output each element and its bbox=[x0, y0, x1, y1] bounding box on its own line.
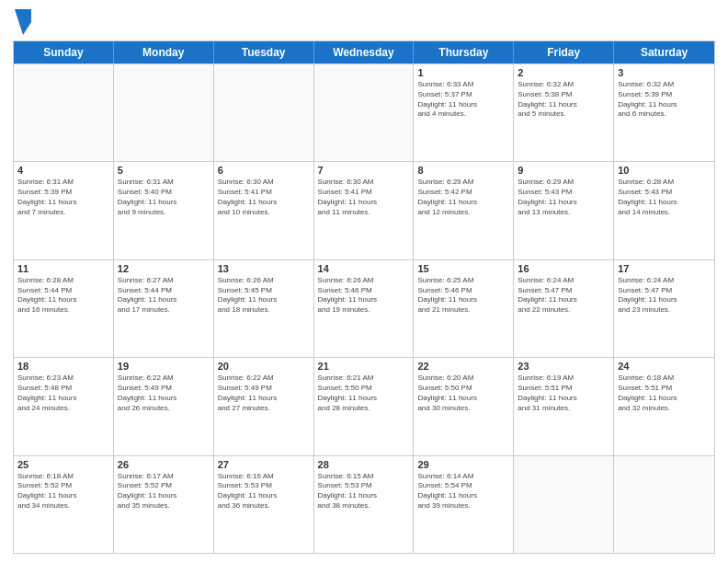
calendar-cell: 27Sunrise: 6:16 AM Sunset: 5:53 PM Dayli… bbox=[214, 456, 314, 553]
cell-info: Sunrise: 6:22 AM Sunset: 5:49 PM Dayligh… bbox=[118, 373, 210, 413]
cell-date: 11 bbox=[17, 263, 109, 274]
cell-info: Sunrise: 6:28 AM Sunset: 5:43 PM Dayligh… bbox=[618, 178, 711, 217]
cell-date: 3 bbox=[618, 67, 711, 78]
cell-info: Sunrise: 6:28 AM Sunset: 5:44 PM Dayligh… bbox=[17, 276, 109, 316]
calendar-cell: 16Sunrise: 6:24 AM Sunset: 5:47 PM Dayli… bbox=[514, 260, 614, 357]
calendar-row-0: 1Sunrise: 6:33 AM Sunset: 5:37 PM Daylig… bbox=[14, 63, 714, 161]
cell-date: 28 bbox=[318, 459, 410, 470]
header-day-tuesday: Tuesday bbox=[214, 41, 314, 63]
cell-info: Sunrise: 6:25 AM Sunset: 5:46 PM Dayligh… bbox=[417, 276, 509, 316]
calendar-row-2: 11Sunrise: 6:28 AM Sunset: 5:44 PM Dayli… bbox=[14, 259, 714, 357]
cell-info: Sunrise: 6:31 AM Sunset: 5:39 PM Dayligh… bbox=[17, 178, 109, 217]
cell-date: 18 bbox=[17, 361, 109, 372]
calendar-cell: 23Sunrise: 6:19 AM Sunset: 5:51 PM Dayli… bbox=[514, 358, 614, 454]
cell-info: Sunrise: 6:15 AM Sunset: 5:53 PM Dayligh… bbox=[318, 472, 410, 511]
calendar-cell: 4Sunrise: 6:31 AM Sunset: 5:39 PM Daylig… bbox=[14, 162, 114, 259]
calendar-cell: 10Sunrise: 6:28 AM Sunset: 5:43 PM Dayli… bbox=[614, 162, 714, 259]
calendar-cell bbox=[114, 64, 214, 161]
calendar-cell: 13Sunrise: 6:26 AM Sunset: 5:45 PM Dayli… bbox=[214, 260, 314, 357]
calendar-cell: 20Sunrise: 6:22 AM Sunset: 5:49 PM Dayli… bbox=[214, 358, 314, 454]
calendar-row-1: 4Sunrise: 6:31 AM Sunset: 5:39 PM Daylig… bbox=[14, 161, 714, 259]
calendar-cell: 21Sunrise: 6:21 AM Sunset: 5:50 PM Dayli… bbox=[314, 358, 415, 454]
calendar-row-4: 25Sunrise: 6:18 AM Sunset: 5:52 PM Dayli… bbox=[14, 455, 714, 553]
cell-info: Sunrise: 6:31 AM Sunset: 5:40 PM Dayligh… bbox=[118, 178, 210, 217]
cell-date: 4 bbox=[17, 165, 109, 176]
cell-date: 9 bbox=[518, 165, 609, 176]
cell-date: 22 bbox=[417, 361, 509, 372]
calendar: SundayMondayTuesdayWednesdayThursdayFrid… bbox=[13, 40, 715, 554]
cell-info: Sunrise: 6:20 AM Sunset: 5:50 PM Dayligh… bbox=[417, 373, 509, 413]
header-day-friday: Friday bbox=[514, 41, 614, 63]
calendar-cell bbox=[614, 456, 714, 553]
header-day-sunday: Sunday bbox=[14, 41, 114, 63]
cell-date: 20 bbox=[218, 361, 310, 372]
cell-date: 12 bbox=[118, 263, 210, 274]
cell-date: 29 bbox=[417, 459, 509, 470]
header-day-wednesday: Wednesday bbox=[314, 41, 415, 63]
calendar-cell: 1Sunrise: 6:33 AM Sunset: 5:37 PM Daylig… bbox=[414, 64, 514, 161]
cell-info: Sunrise: 6:17 AM Sunset: 5:52 PM Dayligh… bbox=[118, 472, 210, 511]
cell-date: 23 bbox=[518, 361, 609, 372]
cell-info: Sunrise: 6:18 AM Sunset: 5:51 PM Dayligh… bbox=[618, 373, 711, 413]
calendar-cell: 2Sunrise: 6:32 AM Sunset: 5:38 PM Daylig… bbox=[514, 64, 614, 161]
cell-date: 2 bbox=[518, 67, 609, 78]
calendar-row-3: 18Sunrise: 6:23 AM Sunset: 5:48 PM Dayli… bbox=[14, 357, 714, 454]
cell-date: 5 bbox=[118, 165, 210, 176]
cell-date: 19 bbox=[118, 361, 210, 372]
cell-info: Sunrise: 6:30 AM Sunset: 5:41 PM Dayligh… bbox=[218, 178, 310, 217]
calendar-cell bbox=[314, 64, 415, 161]
header-day-saturday: Saturday bbox=[614, 41, 714, 63]
cell-date: 17 bbox=[618, 263, 711, 274]
cell-date: 6 bbox=[218, 165, 310, 176]
cell-info: Sunrise: 6:24 AM Sunset: 5:47 PM Dayligh… bbox=[518, 276, 609, 316]
logo-icon bbox=[15, 9, 31, 35]
cell-date: 21 bbox=[318, 361, 410, 372]
svg-marker-0 bbox=[15, 9, 31, 35]
cell-date: 27 bbox=[218, 459, 310, 470]
cell-date: 16 bbox=[518, 263, 609, 274]
cell-info: Sunrise: 6:14 AM Sunset: 5:54 PM Dayligh… bbox=[417, 472, 509, 511]
calendar-cell: 19Sunrise: 6:22 AM Sunset: 5:49 PM Dayli… bbox=[114, 358, 214, 454]
cell-info: Sunrise: 6:30 AM Sunset: 5:41 PM Dayligh… bbox=[318, 178, 410, 217]
cell-date: 8 bbox=[417, 165, 509, 176]
cell-info: Sunrise: 6:26 AM Sunset: 5:45 PM Dayligh… bbox=[218, 276, 310, 316]
cell-info: Sunrise: 6:26 AM Sunset: 5:46 PM Dayligh… bbox=[318, 276, 410, 316]
cell-info: Sunrise: 6:22 AM Sunset: 5:49 PM Dayligh… bbox=[218, 373, 310, 413]
cell-date: 24 bbox=[618, 361, 711, 372]
calendar-cell: 5Sunrise: 6:31 AM Sunset: 5:40 PM Daylig… bbox=[114, 162, 214, 259]
cell-date: 13 bbox=[218, 263, 310, 274]
cell-date: 26 bbox=[118, 459, 210, 470]
calendar-body: 1Sunrise: 6:33 AM Sunset: 5:37 PM Daylig… bbox=[14, 63, 714, 553]
cell-date: 14 bbox=[318, 263, 410, 274]
cell-info: Sunrise: 6:21 AM Sunset: 5:50 PM Dayligh… bbox=[318, 373, 410, 413]
cell-info: Sunrise: 6:23 AM Sunset: 5:48 PM Dayligh… bbox=[17, 373, 109, 413]
calendar-cell: 25Sunrise: 6:18 AM Sunset: 5:52 PM Dayli… bbox=[14, 456, 114, 553]
calendar-cell: 7Sunrise: 6:30 AM Sunset: 5:41 PM Daylig… bbox=[314, 162, 415, 259]
cell-info: Sunrise: 6:32 AM Sunset: 5:38 PM Dayligh… bbox=[518, 80, 609, 120]
calendar-cell: 17Sunrise: 6:24 AM Sunset: 5:47 PM Dayli… bbox=[614, 260, 714, 357]
cell-info: Sunrise: 6:29 AM Sunset: 5:43 PM Dayligh… bbox=[518, 178, 609, 217]
cell-info: Sunrise: 6:16 AM Sunset: 5:53 PM Dayligh… bbox=[218, 472, 310, 511]
calendar-cell: 29Sunrise: 6:14 AM Sunset: 5:54 PM Dayli… bbox=[414, 456, 514, 553]
calendar-cell bbox=[14, 64, 114, 161]
cell-info: Sunrise: 6:18 AM Sunset: 5:52 PM Dayligh… bbox=[17, 472, 109, 511]
calendar-cell: 14Sunrise: 6:26 AM Sunset: 5:46 PM Dayli… bbox=[314, 260, 415, 357]
calendar-header: SundayMondayTuesdayWednesdayThursdayFrid… bbox=[14, 41, 714, 63]
logo bbox=[13, 9, 31, 35]
calendar-cell: 9Sunrise: 6:29 AM Sunset: 5:43 PM Daylig… bbox=[514, 162, 614, 259]
calendar-cell: 3Sunrise: 6:32 AM Sunset: 5:39 PM Daylig… bbox=[614, 64, 714, 161]
calendar-cell: 28Sunrise: 6:15 AM Sunset: 5:53 PM Dayli… bbox=[314, 456, 415, 553]
cell-date: 10 bbox=[618, 165, 711, 176]
calendar-cell: 15Sunrise: 6:25 AM Sunset: 5:46 PM Dayli… bbox=[414, 260, 514, 357]
calendar-cell: 8Sunrise: 6:29 AM Sunset: 5:42 PM Daylig… bbox=[414, 162, 514, 259]
calendar-cell: 6Sunrise: 6:30 AM Sunset: 5:41 PM Daylig… bbox=[214, 162, 314, 259]
calendar-cell bbox=[214, 64, 314, 161]
header bbox=[13, 9, 715, 35]
header-day-monday: Monday bbox=[114, 41, 214, 63]
calendar-cell: 11Sunrise: 6:28 AM Sunset: 5:44 PM Dayli… bbox=[14, 260, 114, 357]
cell-info: Sunrise: 6:19 AM Sunset: 5:51 PM Dayligh… bbox=[518, 373, 609, 413]
calendar-cell bbox=[514, 456, 614, 553]
calendar-cell: 12Sunrise: 6:27 AM Sunset: 5:44 PM Dayli… bbox=[114, 260, 214, 357]
calendar-cell: 22Sunrise: 6:20 AM Sunset: 5:50 PM Dayli… bbox=[414, 358, 514, 454]
cell-date: 7 bbox=[318, 165, 410, 176]
